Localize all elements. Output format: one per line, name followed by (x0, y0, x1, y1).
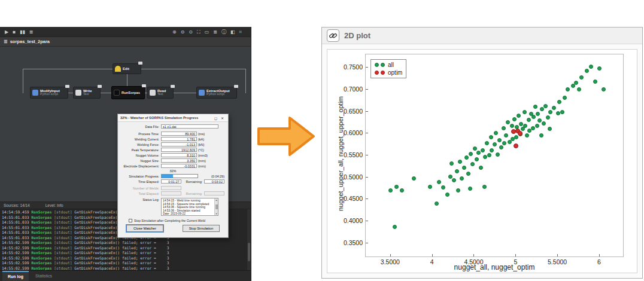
node-edit[interactable]: Edit (113, 63, 141, 74)
layout-icon[interactable]: ⌗ (239, 27, 242, 37)
pause-icon[interactable]: ▮▮ (20, 27, 25, 37)
scatter-point-all (512, 117, 517, 121)
node-extractoutput[interactable]: ExtractOutput Python script (196, 87, 237, 99)
progress-percent-label: 32% (121, 169, 224, 173)
scatter-point-all (494, 131, 498, 135)
frame-icon[interactable]: ▭ (205, 27, 209, 37)
node-write[interactable]: Write Text (73, 87, 101, 99)
y-tick-label: 0.3500 (330, 239, 363, 246)
scatter-point-all (479, 166, 483, 170)
text-file-icon (150, 90, 156, 96)
log-time: 14:55:01.033 (2, 220, 31, 224)
log-source: RunSorpas (31, 240, 54, 245)
scatter-point-optim (514, 143, 518, 148)
tab-run-log[interactable]: Run log (2, 271, 29, 281)
zoom-out-icon[interactable]: ⊖ (181, 27, 185, 37)
scatter-point-all (514, 135, 518, 139)
status-log-scrollbar[interactable]: ▲ ▼ (214, 198, 218, 215)
node-modifyinput[interactable]: ModifyInput Python script (30, 87, 68, 99)
scatter-point-all (548, 127, 552, 131)
workflow-title-row: ≣ sorpas_test_2para (0, 37, 251, 47)
y-tick-label: 0.4000 (330, 217, 363, 224)
log-message: GetDiskFreeSpaceEx() failed; error = (74, 256, 156, 260)
process-time-unit: (ms) (198, 132, 205, 136)
close-watcher-button[interactable]: Close Watcher (126, 225, 163, 232)
log-scrollbar[interactable] (247, 209, 251, 270)
python-icon (199, 90, 205, 96)
legend-dot-all (375, 63, 379, 67)
hamburger-icon[interactable]: ≣ (4, 39, 8, 44)
log-stream: [stdout] (54, 236, 74, 240)
scatter-point-all (428, 185, 432, 189)
scatter-point-all (441, 185, 445, 190)
connector-line (127, 74, 127, 87)
log-stream: [stdout] (54, 215, 74, 219)
log-scrollbar-thumb[interactable] (248, 243, 250, 261)
zoom-reset-icon[interactable]: ⊙ (189, 27, 193, 37)
node-read[interactable]: Read Text (147, 87, 174, 99)
stop-icon[interactable]: ■ (13, 27, 16, 37)
panel-icon[interactable]: ◧ (230, 27, 235, 37)
scatter-point-all (546, 115, 550, 120)
scatter-point-all (504, 133, 508, 138)
peak-temperature-label: Peak Temperature: (121, 148, 161, 152)
scroll-up-icon[interactable]: ▲ (215, 198, 218, 201)
log-source: RunSorpas (31, 246, 54, 250)
dialog-maximize-button[interactable]: ◻ (212, 116, 219, 120)
scatter-point-all (400, 188, 404, 193)
status-log-scrollbar-thumb[interactable] (215, 204, 218, 209)
scatter-point-all (557, 100, 561, 104)
dialog-title: 32% - Watcher of SORPAS Simulation Progr… (120, 116, 212, 120)
legend-dot-optim (375, 71, 379, 75)
plot-area[interactable]: alloptim (365, 54, 624, 257)
scatter-point-all (476, 151, 481, 155)
log-line: 14:55:02.599 RunSorpas [stdout] GetDiskF… (2, 256, 250, 261)
tab-statistics[interactable]: Statistics (30, 271, 57, 281)
dialog-field-row: Welding Force:-1.013(kN) (121, 142, 224, 147)
log-stream: [stdout] (54, 220, 74, 224)
node-badge (65, 85, 69, 88)
scatter-point-all (519, 122, 523, 126)
stop-after-weld-checkbox[interactable] (129, 219, 132, 222)
log-message: GetDiskFreeSpaceEx() failed; error = (74, 261, 156, 265)
node-runsorpas[interactable]: RunSorpas (111, 86, 145, 99)
dialog-close-button[interactable]: ✕ (219, 116, 226, 120)
scatter-point-all (552, 106, 556, 110)
sorpas-solver-icon (114, 90, 120, 96)
info-icon[interactable]: ⓘ (221, 27, 226, 37)
scatter-point-all (560, 110, 564, 114)
scatter-point-all (469, 152, 473, 156)
plot-legend: alloptim (370, 59, 406, 78)
log-line: 14:55:02.599 RunSorpas [stdout] GetDiskF… (2, 246, 250, 251)
log-level[interactable]: Level: Info (45, 203, 63, 207)
dialog-field-row: Nugget Size:3.350(mm) (121, 158, 224, 163)
scatter-point-all (523, 110, 527, 114)
scatter-point-all (539, 133, 543, 138)
log-error-code: 3 (167, 256, 169, 260)
list-icon[interactable]: ≣ (213, 27, 217, 37)
scatter-point-all (602, 87, 606, 91)
log-time: 14:54:59.459 (2, 210, 31, 214)
scatter-point-all (517, 114, 521, 118)
scatter-point-all (483, 155, 487, 159)
scroll-down-icon[interactable]: ▼ (215, 212, 218, 215)
scatter-point-all (533, 105, 537, 109)
y-tick-label: 0.7000 (330, 85, 363, 93)
legend-dot-all (381, 63, 385, 67)
menu-icon[interactable]: ≣ (29, 27, 34, 37)
log-stream: [stdout] (54, 251, 74, 255)
welding-force-value: -1.013 (161, 142, 197, 147)
fit-view-icon[interactable]: ⛶ (197, 27, 201, 37)
plot-window-title-bar[interactable]: 2D plot (322, 28, 642, 44)
zoom-in-icon[interactable]: ⊕ (172, 27, 177, 37)
x-tick-label: 6 (581, 258, 617, 265)
scatter-point-all (497, 138, 502, 142)
log-source: RunSorpas (31, 215, 54, 219)
stop-simulation-button[interactable]: Stop Simulation (183, 225, 220, 232)
simulation-watcher-dialog: 32% - Watcher of SORPAS Simulation Progr… (117, 114, 229, 238)
scatter-point-all (531, 115, 536, 119)
run-icon[interactable]: ▶ (5, 27, 8, 37)
scatter-point-all (449, 161, 454, 166)
dialog-title-bar[interactable]: 32% - Watcher of SORPAS Simulation Progr… (118, 114, 228, 122)
log-sources: Sources: 14/14 (4, 203, 30, 207)
